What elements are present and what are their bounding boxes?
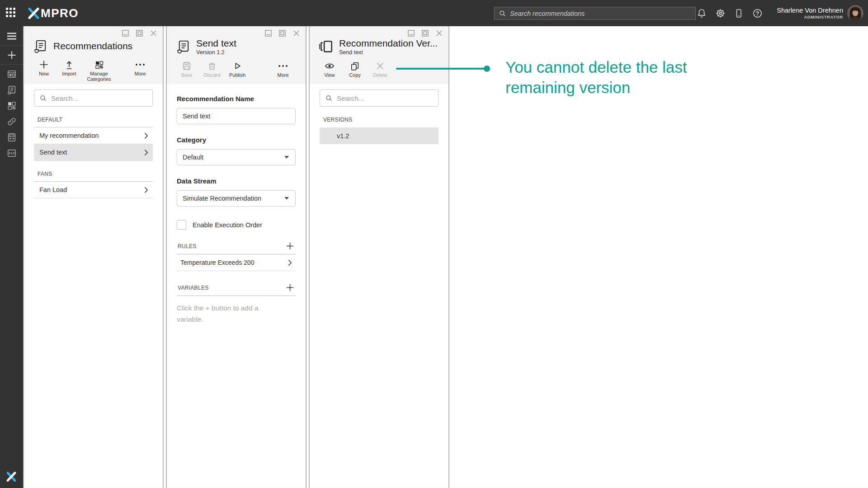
plus-icon <box>39 60 49 70</box>
manage-categories-icon <box>94 60 104 70</box>
new-button[interactable]: New <box>31 60 57 76</box>
rules-section-header: RULES <box>177 242 296 254</box>
panel-recommendations: Recommendations New Import Manage Catego… <box>23 26 164 488</box>
chevron-right-icon <box>144 132 148 139</box>
maximize-icon[interactable] <box>279 30 286 37</box>
chevron-down-icon <box>284 197 289 200</box>
chevron-right-icon <box>144 149 148 156</box>
window-controls <box>265 30 300 37</box>
annotation-dot <box>484 66 490 72</box>
delete-button[interactable]: Delete <box>368 61 393 78</box>
menu-icon[interactable] <box>0 28 23 44</box>
view-button[interactable]: View <box>317 61 342 78</box>
maximize-icon[interactable] <box>422 30 429 37</box>
import-icon <box>64 60 74 70</box>
avatar[interactable] <box>847 5 863 21</box>
panel-title-row: Send text Version 1.2 <box>176 38 306 56</box>
global-search-input[interactable] <box>510 10 691 17</box>
sidebar-item-connections[interactable] <box>0 113 23 129</box>
minimize-icon[interactable] <box>122 30 129 37</box>
more-button[interactable]: More <box>127 60 153 76</box>
send-text-toolbar: Save Discard Publish More <box>174 61 306 78</box>
variables-section-header: VARIABLES <box>177 284 296 296</box>
page-title: Send text <box>196 38 236 49</box>
versions-search[interactable] <box>320 89 439 107</box>
user-menu[interactable]: Sharlene Von Drehnen ADMINISTRATOR <box>777 7 843 19</box>
data-stream-select[interactable]: Simulate Recommendation <box>177 190 296 206</box>
svg-text:?: ? <box>756 10 759 16</box>
list-item-fan-load[interactable]: Fan Load <box>34 182 153 198</box>
add-variable-button[interactable] <box>286 284 294 291</box>
workspace: Recommendations New Import Manage Catego… <box>23 26 868 488</box>
sidebar-item-embedded-apps[interactable] <box>0 145 23 161</box>
user-role: ADMINISTRATOR <box>777 14 843 19</box>
panel-send-text: Send text Version 1.2 Save Discard Publi… <box>166 26 307 488</box>
recommendations-search-input[interactable] <box>51 94 147 102</box>
mobile-device-icon[interactable] <box>733 8 744 19</box>
recommendations-icon <box>33 38 48 54</box>
versions-header: VERSIONS <box>320 117 439 127</box>
annotation-text: You cannot delete the last remaining ver… <box>505 57 731 98</box>
recommendation-name-input[interactable] <box>177 108 296 124</box>
xmpro-x-footer-logo <box>5 471 17 484</box>
add-icon[interactable] <box>0 47 23 63</box>
recommendations-search[interactable] <box>34 89 153 107</box>
close-icon[interactable] <box>436 30 443 37</box>
list-item-send-text[interactable]: Send text <box>34 144 153 161</box>
chevron-right-icon <box>144 187 148 193</box>
versions-subtitle: Send text <box>339 49 438 56</box>
chevron-right-icon <box>288 259 292 266</box>
category-header-default: DEFAULT <box>34 117 153 127</box>
category-header-fans: FANS <box>34 171 153 182</box>
xmpro-x-icon <box>28 7 40 19</box>
close-icon[interactable] <box>293 30 300 37</box>
more-button[interactable]: More <box>270 61 296 78</box>
close-icon[interactable] <box>150 30 157 37</box>
sidebar-divider <box>0 64 23 65</box>
versions-search-input[interactable] <box>337 94 433 102</box>
category-label: Category <box>177 136 296 144</box>
sidebar-item-dashboards[interactable] <box>0 66 23 82</box>
publish-button[interactable]: Publish <box>225 61 250 78</box>
copy-button[interactable]: Copy <box>342 61 368 78</box>
maximize-icon[interactable] <box>136 30 143 37</box>
panel-title-row: Recommendation Ver... Send text <box>319 38 448 56</box>
page-title: Recommendations <box>53 41 132 52</box>
delete-x-icon <box>376 61 384 71</box>
execution-order-checkbox[interactable] <box>177 220 186 230</box>
sidebar-item-data-streams[interactable] <box>0 129 23 145</box>
minimize-icon[interactable] <box>265 30 272 37</box>
topbar-right: ? Sharlene Von Drehnen ADMINISTRATOR <box>696 0 868 26</box>
import-button[interactable]: Import <box>57 60 82 76</box>
manage-categories-button[interactable]: Manage Categories <box>82 60 116 82</box>
left-sidebar <box>0 26 23 488</box>
global-search[interactable] <box>494 7 696 20</box>
versions-icon <box>319 39 334 54</box>
panel-versions-header: Recommendation Ver... Send text View Cop… <box>310 26 448 84</box>
xmpro-logo-text: MPRO <box>41 6 79 20</box>
settings-gear-icon[interactable] <box>715 8 726 19</box>
recommendations-toolbar: New Import Manage Categories More <box>31 60 163 82</box>
save-button[interactable]: Save <box>174 61 199 78</box>
trash-icon <box>208 61 217 71</box>
search-icon <box>326 94 332 102</box>
panel-recommendation-versions: Recommendation Ver... Send text View Cop… <box>309 26 449 488</box>
page-title: Recommendation Ver... <box>339 38 438 49</box>
minimize-icon[interactable] <box>408 30 415 37</box>
list-item-my-recommendation[interactable]: My recommendation <box>34 127 153 144</box>
add-rule-button[interactable] <box>286 242 294 250</box>
sidebar-item-categories[interactable] <box>0 98 23 113</box>
rule-item-temperature[interactable]: Temperature Exceeds 200 <box>177 254 296 271</box>
sidebar-item-recommendations[interactable] <box>0 82 23 98</box>
app-launcher-icon[interactable] <box>6 8 17 19</box>
notifications-bell-icon[interactable] <box>696 8 707 19</box>
enable-execution-order-row[interactable]: Enable Execution Order <box>177 220 296 230</box>
publish-play-icon <box>233 61 242 71</box>
search-icon <box>40 94 47 102</box>
annotation-line <box>396 68 487 70</box>
version-item-v1-2[interactable]: v1.2 <box>320 127 439 144</box>
help-icon[interactable]: ? <box>752 8 763 19</box>
panel-send-text-body: Recommendation Name Category Default Dat… <box>167 84 306 488</box>
category-select[interactable]: Default <box>177 149 296 165</box>
discard-button[interactable]: Discard <box>199 61 225 78</box>
